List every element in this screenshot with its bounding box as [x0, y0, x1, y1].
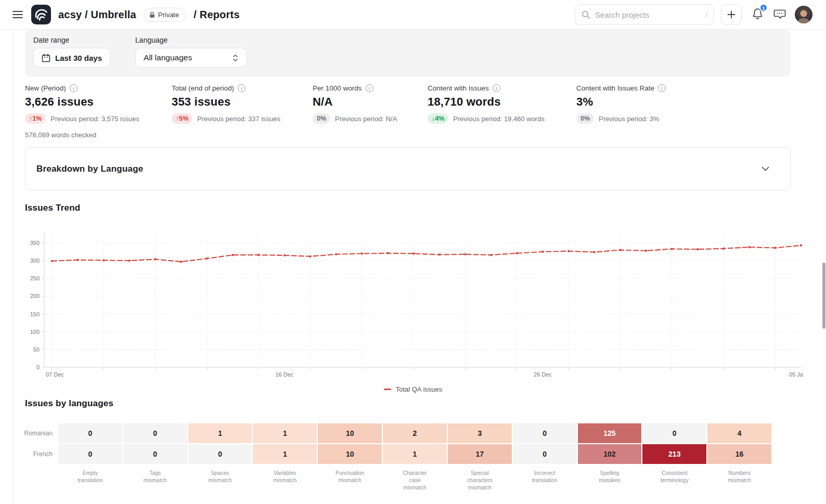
heatmap-cell[interactable]: 102: [578, 444, 642, 464]
svg-text:50: 50: [33, 346, 40, 353]
app-logo-icon[interactable]: [31, 5, 51, 24]
kpi-value: 3,626 issues: [25, 95, 172, 109]
heatmap-cell[interactable]: 1: [383, 444, 447, 464]
heatmap-cell[interactable]: 17: [448, 444, 512, 464]
vertical-scrollbar[interactable]: [822, 263, 825, 329]
kpi-summary-row: New (Period)i 3,626 issues ↑1%Previous p…: [25, 84, 791, 139]
heatmap-cell[interactable]: 10: [318, 444, 382, 464]
language-select[interactable]: All languages: [135, 48, 247, 68]
plus-icon: [727, 10, 735, 19]
messages-button[interactable]: [773, 8, 786, 22]
trend-point: [671, 248, 673, 250]
privacy-badge-label: Private: [158, 11, 179, 19]
previous-period-text: Previous period: 3%: [599, 115, 659, 123]
notifications-button[interactable]: 1: [752, 7, 764, 22]
search-box[interactable]: /: [575, 4, 714, 25]
trend-point: [76, 259, 79, 261]
svg-text:200: 200: [30, 293, 40, 299]
issues-trend-chart: 05010015020025030035007 Dec16 Dec26 Dec0…: [21, 227, 826, 383]
trend-point: [102, 259, 105, 261]
heatmap-cell[interactable]: 4: [707, 423, 771, 443]
heatmap-cell[interactable]: 2: [383, 423, 447, 443]
heatmap-column-label: Spelling mistakes: [578, 465, 642, 492]
search-input[interactable]: [595, 10, 701, 19]
kpi-value: 18,710 words: [428, 95, 576, 109]
info-icon[interactable]: i: [658, 84, 666, 92]
svg-text:05 Ja: 05 Ja: [789, 371, 804, 378]
heatmap-cell[interactable]: 0: [642, 423, 706, 443]
trend-point: [800, 244, 802, 247]
heatmap-cell[interactable]: 1: [253, 423, 317, 443]
svg-text:350: 350: [30, 240, 40, 246]
privacy-badge: Private: [144, 8, 186, 22]
chart-legend: Total QA issues: [0, 385, 826, 393]
trend-point: [516, 252, 518, 254]
lock-icon: [149, 11, 155, 18]
chat-icon: [773, 8, 786, 20]
info-icon[interactable]: i: [493, 84, 500, 92]
trend-point: [567, 250, 570, 252]
heatmap-column-label: Variables mismatch: [253, 465, 317, 492]
trend-point: [464, 253, 466, 255]
breadcrumb[interactable]: acsy / Umbrella: [58, 9, 136, 21]
delta-badge: ↑1%: [25, 113, 46, 124]
heatmap-cell[interactable]: 0: [123, 423, 187, 443]
issues-trend-title: Issues Trend: [25, 203, 80, 213]
svg-text:150: 150: [30, 311, 40, 317]
create-new-button[interactable]: [721, 4, 742, 25]
heatmap-cell[interactable]: 0: [123, 444, 187, 464]
search-icon: [582, 10, 590, 19]
delta-badge: 0%: [313, 113, 330, 124]
heatmap-cell[interactable]: 16: [707, 444, 771, 464]
hamburger-menu-icon[interactable]: [12, 11, 23, 18]
heatmap-cell[interactable]: 3: [448, 423, 512, 443]
svg-text:300: 300: [30, 257, 40, 264]
trend-point: [774, 247, 776, 249]
user-avatar[interactable]: [795, 6, 812, 23]
heatmap-cell[interactable]: 10: [318, 423, 382, 443]
trend-point: [257, 254, 260, 256]
language-label: Language: [135, 36, 247, 44]
previous-period-text: Previous period: N/A: [335, 115, 397, 123]
info-icon[interactable]: i: [70, 84, 78, 92]
heatmap-row-label: Romanian: [25, 423, 57, 443]
previous-period-text: Previous period: 337 issues: [197, 115, 280, 123]
kpi-per-1000-words: Per 1000 wordsi N/A 0%Previous period: N…: [313, 84, 428, 139]
trend-point: [696, 248, 699, 250]
heatmap-column-label: Character case mismatch: [383, 465, 447, 492]
words-checked-text: 578,089 words checked: [25, 131, 172, 139]
up-down-chevrons-icon: [233, 54, 238, 62]
heatmap-cell[interactable]: 0: [188, 444, 252, 464]
trend-point: [206, 257, 208, 260]
heatmap-cell[interactable]: 0: [58, 423, 122, 443]
trend-point: [180, 261, 182, 263]
trend-point: [51, 260, 53, 262]
kpi-new-period: New (Period)i 3,626 issues ↑1%Previous p…: [25, 84, 172, 139]
heatmap-cell[interactable]: 0: [58, 444, 122, 464]
info-icon[interactable]: i: [238, 84, 246, 92]
search-shortcut-hint: /: [705, 11, 707, 19]
heatmap-cell[interactable]: 125: [578, 423, 642, 443]
kpi-label: Content with Issues: [428, 84, 489, 92]
heatmap-cell[interactable]: 0: [513, 444, 577, 464]
date-range-button[interactable]: Last 30 days: [33, 48, 110, 68]
heatmap-cell[interactable]: 1: [188, 423, 252, 443]
info-icon[interactable]: i: [366, 84, 373, 92]
trend-point: [128, 260, 131, 262]
delta-badge: ↑5%: [172, 113, 192, 124]
breakdown-by-language-panel[interactable]: Breakdown by Language: [25, 147, 791, 190]
kpi-value: 353 issues: [172, 95, 313, 109]
trend-point: [412, 252, 415, 254]
heatmap-column-label: Numbers mismatch: [707, 465, 771, 492]
heatmap-column-label: Consistent terminology: [642, 465, 706, 492]
heatmap-cell[interactable]: 0: [513, 423, 577, 443]
heatmap-row-label: French: [25, 444, 57, 464]
trend-point: [309, 255, 311, 257]
heatmap-cell[interactable]: 1: [253, 444, 317, 464]
kpi-label: Per 1000 words: [313, 84, 362, 92]
trend-point: [645, 250, 647, 252]
chevron-down-icon[interactable]: [762, 166, 769, 171]
trend-point: [619, 249, 621, 251]
heatmap-cell[interactable]: 213: [642, 444, 706, 464]
date-range-value: Last 30 days: [55, 54, 102, 62]
